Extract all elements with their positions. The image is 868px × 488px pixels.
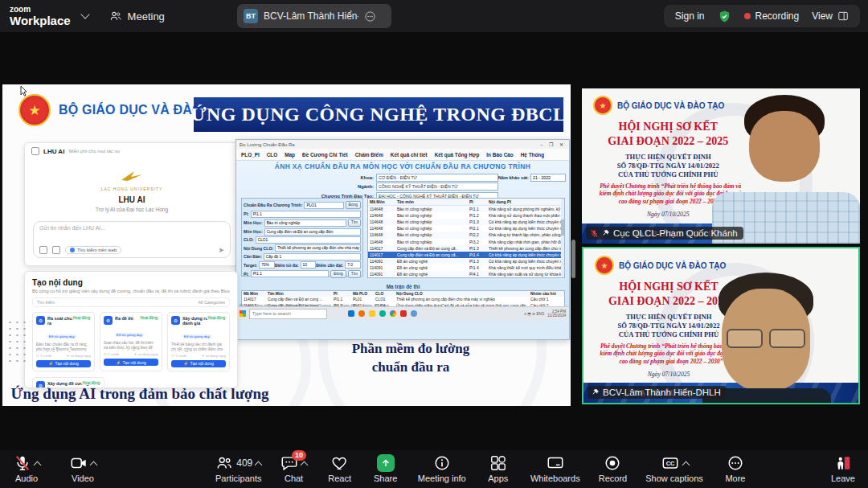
tool-card-desc: Thiết kế bảng tiêu chí đánh giá chi tiết… xyxy=(171,342,226,352)
security-shield-icon[interactable] xyxy=(718,10,731,23)
video-button[interactable]: Video xyxy=(69,453,96,483)
matrix-row: 114017 Cung cấp điện và Độ an cung ... P… xyxy=(242,297,564,302)
share-scrollbar-thumb[interactable] xyxy=(571,240,575,278)
vietnam-emblem-icon: ★ xyxy=(595,256,614,275)
audio-button[interactable]: Audio xyxy=(13,453,40,483)
video-tile-pham-quoc-khanh[interactable]: ★ BỘ GIÁO DỤC VÀ ĐÀO TẠO HỘI NGHỊ SƠ KẾT… xyxy=(582,88,860,244)
content-tool-screenshot: Tạo nội dung Bộ công cụ hỗ trợ giảng viê… xyxy=(24,271,238,388)
list-row: 114091 Đồ án công nghệ PI4.1 Khả năng sả… xyxy=(368,271,564,277)
window-controls: – ❐ ✕ xyxy=(540,141,566,147)
store-icon xyxy=(379,310,386,317)
list-row: 114017 Cung cấp điện và Độ an cung cấ.. … xyxy=(368,245,564,252)
list-row: 114091 Đồ án công nghệ PI1.3 Có khả năng… xyxy=(368,258,564,265)
leave-button[interactable]: Leave xyxy=(829,453,857,483)
video-camera-icon xyxy=(70,454,88,472)
leave-icon xyxy=(833,454,853,472)
participant-name: BCV-Lâm Thành Hiển-DHLH xyxy=(603,388,721,397)
people-icon xyxy=(109,10,122,23)
svg-text:CC: CC xyxy=(665,460,674,467)
app-menu-item: In Báo Cáo xyxy=(486,152,513,158)
lhu-app-name: LHU AI xyxy=(43,148,64,155)
shared-screen-tab-title: BCV-Lâm Thành Hiển-DHLH's scr xyxy=(264,10,358,22)
lhu-input-placeholder: Gửi tin nhắn đến LHU AI... xyxy=(39,225,224,231)
lhu-title: LHU AI xyxy=(25,195,239,204)
tool-card: ⚙ Rà soát chuẩn đầu ra Hoạt động Đề tài … xyxy=(32,312,95,371)
whiteboard-icon xyxy=(547,454,564,472)
logo-line1: zoom xyxy=(10,6,71,14)
taskbar-tray: ∧ ⬒ ⚙ ENG 2:54 PM 11/25/2024 xyxy=(524,310,569,318)
chevron-up-icon[interactable] xyxy=(89,461,97,469)
tab-meeting[interactable]: Meeting xyxy=(109,10,165,23)
more-button[interactable]: More xyxy=(722,453,749,483)
more-icon xyxy=(727,454,744,472)
participants-button[interactable]: 409 Participants xyxy=(215,453,261,483)
list-row: 114648 Bảo trì công nghiệp PI2.1 Có khả … xyxy=(368,225,564,232)
pin-icon xyxy=(592,388,600,396)
vietnam-emblem-icon: ★ xyxy=(593,96,612,115)
lhu-ai-screenshot: LHU AI Miễn phí cho mọi tác vụ LAC HONG … xyxy=(24,142,240,266)
video-tile-lam-thanh-hien[interactable]: ★ BỘ GIÁO DỤC VÀ ĐÀO TẠO HỘI NGHỊ SƠ KẾT… xyxy=(582,247,860,404)
chevron-up-icon[interactable] xyxy=(301,461,309,469)
tool-card-desc: Soạn thảo câu hỏi, đề thi kiểm tra kiến … xyxy=(104,341,158,351)
recording-dot-icon xyxy=(744,13,751,19)
view-button[interactable]: View xyxy=(812,10,849,22)
app-menu-item: Kết quả Tổng Hợp xyxy=(435,152,480,158)
chevron-up-icon[interactable] xyxy=(33,461,41,469)
heart-icon xyxy=(331,454,349,472)
lhu-university-name: LAC HONG UNIVERSITY xyxy=(25,187,239,191)
app-menu-item: Kết quả chi tiết xyxy=(391,152,428,158)
slide-title-banner: ỨNG DỤNG CÔNG NGHỆ TRONG ĐBCL xyxy=(194,97,563,132)
more-options-icon[interactable] xyxy=(364,10,376,23)
sign-in-button[interactable]: Sign in xyxy=(675,10,705,22)
tools-icon xyxy=(52,246,60,254)
view-label: View xyxy=(812,10,833,22)
slide-title: ỨNG DỤNG CÔNG NGHỆ TRONG ĐBCL xyxy=(190,104,566,125)
list-row: 114648 Bảo trì công nghiệp PI2.2 Khả năn… xyxy=(368,232,564,238)
create-content-button: ⚡ Tạo nội dung xyxy=(36,360,91,367)
clo-software-screenshot: Đo Lường Chuẩn Đầu Ra – ❐ ✕ PLO_PICLOMap… xyxy=(235,139,570,340)
recording-label: Recording xyxy=(755,10,800,22)
nganh-field: CÔNG NGHỆ KỸ THUẬT ĐIỆN - ĐIỆN TỬ xyxy=(376,182,498,191)
apps-button[interactable]: Apps xyxy=(485,453,512,483)
meeting-info-button[interactable]: Meeting info xyxy=(418,453,466,483)
whiteboards-button[interactable]: Whiteboards xyxy=(530,453,580,483)
khoa-field: CƠ ĐIỆN - ĐIỆN TỬ xyxy=(376,174,498,182)
pin-icon xyxy=(602,229,610,237)
list-row: 114017 Cung cấp điện và Độ an cung cấ.. … xyxy=(368,252,564,258)
topbar-controls: Sign in Recording View xyxy=(664,5,860,27)
tool-card-icon: ⚙ xyxy=(36,316,45,325)
zoom-workplace-logo: zoom Workplace xyxy=(10,6,71,27)
lhu-bird-logo-icon xyxy=(120,170,144,182)
record-button[interactable]: Record xyxy=(599,453,627,483)
tool-card: ⚙ Ra đề thi Hoạt động Đề tài giảng dạy S… xyxy=(100,312,162,371)
app-heading: ÁNH XẠ CHUẨN ĐẦU RA MÔN HỌC VỚI CHUẨN ĐẦ… xyxy=(236,162,569,170)
status-badge: Hoạt động xyxy=(139,316,159,320)
taskbar-date: 11/25/2024 xyxy=(547,314,566,318)
windows-taskbar: Type here to search ∧ ⬒ ⚙ ENG xyxy=(236,306,569,320)
list-row: 114648 Bảo trì công nghiệp PI1.3 Có khả … xyxy=(368,219,564,225)
lhu-message-input: Gửi tin nhắn đến LHU AI... Tìm kiếm trên… xyxy=(33,221,231,258)
decorative-dot-grid xyxy=(6,319,26,366)
tool-card-icon: ⚙ xyxy=(171,316,180,325)
show-captions-button[interactable]: CC Show captions xyxy=(645,453,703,483)
tool-card-chip: Đề tài giảng dạy xyxy=(47,334,76,338)
app-menu-item: Hệ Thống xyxy=(521,152,544,158)
meeting-tab-label: Meeting xyxy=(128,10,165,23)
list-row: 114091 Đồ án công nghệ PI1.4 Khả năng th… xyxy=(368,265,564,271)
tool-search-placeholder: Tìm kiếm xyxy=(37,300,55,305)
chevron-up-icon[interactable] xyxy=(255,461,263,469)
meeting-stage: ★ BỘ GIÁO DỤC VÀ ĐÀO TẠO ỨNG DỤNG CÔNG N… xyxy=(0,32,868,450)
share-screen-icon xyxy=(377,454,395,472)
chevron-up-icon[interactable] xyxy=(682,461,690,469)
web-search-chip: Tìm kiếm trên web xyxy=(65,246,121,254)
chevron-down-icon[interactable] xyxy=(80,10,89,18)
chat-button[interactable]: 10 Chat xyxy=(280,453,308,483)
mouse-cursor xyxy=(20,85,28,96)
share-button[interactable]: Share xyxy=(372,453,399,483)
react-button[interactable]: React xyxy=(326,453,354,483)
tab-shared-screen[interactable]: BT BCV-Lâm Thành Hiển-DHLH's scr xyxy=(237,4,391,28)
apps-icon xyxy=(489,454,507,472)
dong-button: Đóng xyxy=(346,201,361,209)
create-content-button: ⚡ Tạo nội dung xyxy=(171,360,226,367)
app-menu-item: Chấm Điểm xyxy=(355,152,383,158)
